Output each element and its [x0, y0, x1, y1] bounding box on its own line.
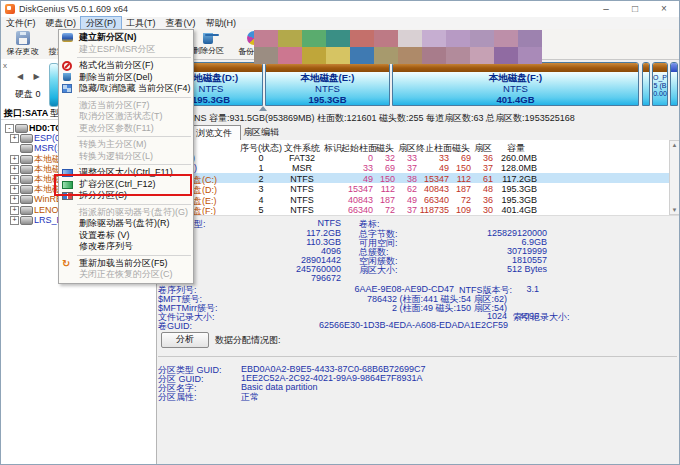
table-cell[interactable]: 33	[397, 153, 417, 163]
menu-item-21[interactable]: 修改卷序列号	[59, 241, 193, 253]
tree-expander-icon[interactable]: +	[10, 175, 19, 184]
scroll-up-icon[interactable]: ▲	[670, 142, 679, 148]
table-cell[interactable]: 37	[473, 163, 493, 173]
table-cell[interactable]: 0	[345, 153, 373, 163]
menubar-item-0[interactable]: 文件(F)	[1, 17, 41, 29]
partition-block-sliver1[interactable]	[642, 62, 650, 106]
table-cell[interactable]: 61	[473, 174, 493, 184]
table-cell[interactable]: 401.4GB	[495, 205, 537, 215]
table-cell[interactable]: 112	[451, 174, 471, 184]
tab-0[interactable]: 浏览文件	[187, 125, 241, 141]
table-cell[interactable]: 69	[375, 163, 395, 173]
tree-expander-icon[interactable]: +	[10, 155, 19, 164]
censored-mosaic	[254, 30, 542, 64]
table-cell[interactable]: 150	[451, 163, 471, 173]
table-cell[interactable]: FAT32	[283, 153, 321, 163]
table-cell[interactable]: 62	[397, 184, 417, 194]
menubar-item-4[interactable]: 查看(V)	[161, 17, 201, 29]
table-cell[interactable]: 112	[375, 184, 395, 194]
table-cell[interactable]: 109	[451, 205, 471, 215]
selected-partition-pointer	[259, 106, 267, 111]
table-cell[interactable]: 150	[375, 174, 395, 184]
table-cell[interactable]: 72	[375, 205, 395, 215]
table-cell[interactable]: 30	[473, 205, 493, 215]
menu-item-19[interactable]: 删除驱动器号(盘符)(R)	[59, 218, 193, 230]
table-cell[interactable]: 72	[451, 195, 471, 205]
menubar-item-2[interactable]: 分区(P)	[81, 17, 121, 29]
disk-icon	[20, 134, 33, 143]
table-cell[interactable]: 66340	[345, 205, 373, 215]
table-scrollbar[interactable]: ▲ ▼	[669, 140, 680, 215]
table-cell[interactable]: 49	[419, 163, 449, 173]
table-cell[interactable]: 260.0MB	[495, 153, 537, 163]
partition-block-sliver2[interactable]: O_P5 (B0.00	[652, 62, 668, 106]
table-cell[interactable]: 118735	[419, 205, 449, 215]
table-cell[interactable]: 40843	[345, 195, 373, 205]
partition-block-e[interactable]: 本地磁盘(E:)NTFS195.3GB	[265, 62, 390, 106]
scroll-down-icon[interactable]: ▼	[670, 207, 679, 213]
menubar-item-5[interactable]: 帮助(H)	[201, 17, 242, 29]
table-cell[interactable]: 15347	[419, 174, 449, 184]
tree-expander-icon[interactable]: +	[10, 134, 19, 143]
disk-nav-arrows[interactable]: ◀ ▶	[17, 72, 44, 81]
table-cell[interactable]: NTFS	[283, 184, 321, 194]
table-cell[interactable]: NTFS	[283, 174, 321, 184]
menubar-item-3[interactable]: 工具(T)	[121, 17, 161, 29]
table-cell[interactable]: 1	[241, 163, 281, 173]
table-cell[interactable]: 195.3GB	[495, 184, 537, 194]
table-cell[interactable]: 5	[241, 205, 281, 215]
tree-expander-icon[interactable]: +	[10, 165, 19, 174]
table-cell[interactable]: 128.0MB	[495, 163, 537, 173]
table-cell[interactable]: 33	[419, 153, 449, 163]
table-cell[interactable]: 38	[397, 174, 417, 184]
save-changes-button[interactable]: 保存更改	[2, 30, 43, 58]
partition-block-sliver3[interactable]	[670, 62, 678, 106]
menu-item-23[interactable]: ↻重新加载当前分区(F5)	[59, 258, 193, 270]
menu-item-8: 取消分区激活状态(T)	[59, 111, 193, 123]
table-cell[interactable]: 2	[241, 174, 281, 184]
table-cell[interactable]: 32	[375, 153, 395, 163]
table-cell[interactable]: MSR	[283, 163, 321, 173]
menu-item-3[interactable]: 格式化当前分区(F)	[59, 60, 193, 72]
table-cell[interactable]: 33	[345, 163, 373, 173]
maximize-button[interactable]: □	[622, 1, 648, 16]
table-cell[interactable]: 40843	[419, 184, 449, 194]
table-cell[interactable]: 69	[451, 153, 471, 163]
menu-item-0[interactable]: 建立新分区(N)	[59, 32, 193, 44]
table-cell[interactable]: 117.2GB	[495, 174, 537, 184]
tree-expander-icon[interactable]: +	[10, 206, 19, 215]
table-cell[interactable]: 37	[397, 163, 417, 173]
panel-close-icon[interactable]: x	[3, 61, 7, 70]
table-cell[interactable]: 195.3GB	[495, 195, 537, 205]
menu-item-4[interactable]: 删除当前分区(Del)	[59, 72, 193, 84]
close-button[interactable]: ×	[651, 1, 677, 16]
table-cell[interactable]: 3	[241, 184, 281, 194]
tree-expander-icon[interactable]: +	[10, 185, 19, 194]
tree-expander-icon[interactable]: +	[10, 216, 19, 225]
table-cell[interactable]: 36	[473, 153, 493, 163]
table-cell[interactable]: NTFS	[283, 205, 321, 215]
analyze-button[interactable]: 分析	[161, 332, 209, 348]
menubar-item-1[interactable]: 硬盘(D)	[41, 17, 82, 29]
tab-1[interactable]: 扇区编辑	[235, 125, 287, 140]
table-cell[interactable]: NTFS	[283, 195, 321, 205]
table-cell[interactable]: 0	[241, 153, 281, 163]
table-cell[interactable]: 37	[397, 205, 417, 215]
table-cell[interactable]: 48	[473, 184, 493, 194]
minimize-button[interactable]: –	[593, 1, 619, 16]
detail-text: 型:	[194, 218, 206, 231]
table-cell[interactable]: 4	[241, 195, 281, 205]
partition-block-f[interactable]: 本地磁盘(F:)NTFS401.4GB	[392, 62, 639, 106]
table-cell[interactable]: 187	[375, 195, 395, 205]
menu-item-12: 转换为逻辑分区(L)	[59, 151, 193, 163]
tree-expander-icon[interactable]: -	[5, 124, 14, 133]
table-cell[interactable]: 187	[451, 184, 471, 194]
menu-item-5[interactable]: 隐藏/取消隐藏 当前分区(F4)	[59, 83, 193, 95]
table-cell[interactable]: 36	[473, 195, 493, 205]
table-cell[interactable]: 66340	[419, 195, 449, 205]
table-cell[interactable]: 49	[345, 174, 373, 184]
table-cell[interactable]: 49	[397, 195, 417, 205]
tree-expander-icon[interactable]: +	[10, 195, 19, 204]
menu-item-20[interactable]: 设置卷标 (V)	[59, 230, 193, 242]
table-cell[interactable]: 15347	[345, 184, 373, 194]
